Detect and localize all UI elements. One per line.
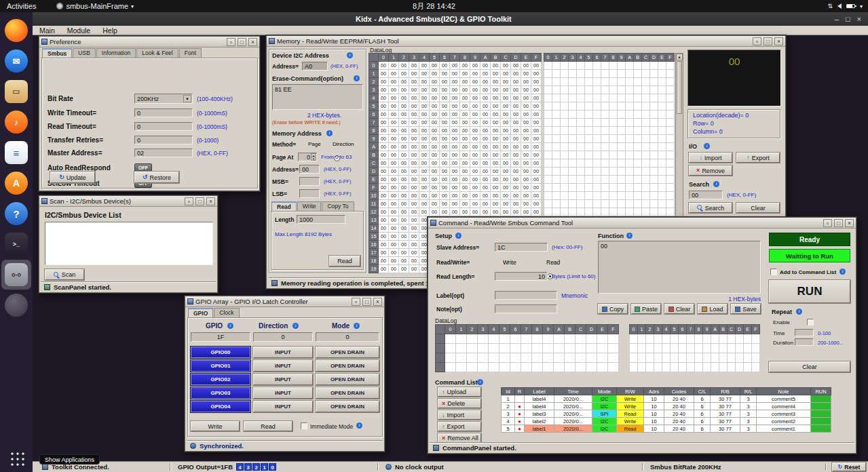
hex-cell[interactable] [642, 135, 650, 143]
hex-cell[interactable] [719, 334, 728, 344]
hex-cell[interactable]: 00 [521, 135, 531, 143]
hex-cell[interactable]: 00 [379, 216, 389, 224]
hex-cell[interactable]: 00 [531, 86, 542, 94]
enable-checkbox[interactable] [807, 319, 814, 326]
info-icon[interactable]: i [326, 130, 333, 136]
hex-cell[interactable]: 00 [521, 159, 531, 168]
hex-cell[interactable] [638, 334, 646, 344]
hex-cell[interactable]: 00 [480, 168, 491, 176]
hex-cell[interactable] [626, 70, 634, 78]
hex-cell[interactable]: 00 [501, 86, 511, 94]
hex-cell[interactable]: 00 [521, 86, 531, 94]
hex-cell[interactable]: 00 [409, 111, 419, 119]
hex-cell[interactable]: 00 [491, 151, 501, 159]
hex-cell[interactable] [711, 334, 719, 344]
add-to-command-list-checkbox[interactable] [770, 269, 777, 275]
hex-cell[interactable] [609, 127, 618, 135]
hex-cell[interactable] [544, 62, 552, 70]
hex-cell[interactable]: 00 [450, 127, 460, 135]
hex-cell[interactable] [642, 62, 650, 70]
hex-cell[interactable] [666, 168, 675, 176]
hex-cell[interactable] [634, 78, 642, 86]
hex-cell[interactable]: 00 [389, 200, 399, 208]
hex-cell[interactable]: 00 [460, 111, 470, 119]
hex-cell[interactable] [544, 94, 552, 102]
hex-cell[interactable] [569, 168, 577, 176]
hex-cell[interactable] [658, 127, 666, 135]
hex-cell[interactable]: 00 [379, 192, 389, 200]
hex-cell[interactable] [544, 86, 552, 94]
hex-cell[interactable]: 00 [470, 111, 480, 119]
hex-cell[interactable] [597, 363, 608, 372]
hex-cell[interactable]: 00 [389, 127, 399, 135]
hex-cell[interactable] [489, 334, 499, 344]
cmd-cell[interactable]: 10 [644, 410, 664, 418]
delete-button[interactable]: ×Delete [438, 399, 481, 408]
gpio-mode-button[interactable]: OPEN DRAIN [316, 401, 379, 412]
cmd-cell[interactable]: SPI [592, 410, 617, 418]
hex-cell[interactable]: 00 [399, 265, 409, 273]
memory-read-button[interactable]: Read [329, 256, 360, 267]
hex-cell[interactable]: 00 [419, 208, 430, 216]
minimize-icon[interactable]: – [835, 15, 839, 23]
hex-cell[interactable]: 00 [491, 184, 501, 192]
hex-cell[interactable]: 00 [460, 143, 470, 151]
hex-cell[interactable] [650, 200, 658, 208]
hex-cell[interactable] [577, 70, 585, 78]
hex-cell[interactable] [609, 78, 618, 86]
hex-cell[interactable]: 00 [379, 249, 389, 257]
hex-cell[interactable]: 00 [470, 176, 480, 184]
hex-cell[interactable]: 00 [379, 86, 389, 94]
tab-font[interactable]: Font [179, 48, 202, 58]
info-icon[interactable]: i [354, 75, 360, 81]
hex-cell[interactable] [642, 119, 650, 127]
hex-cell[interactable] [728, 353, 736, 363]
hex-cell[interactable] [552, 94, 561, 102]
hex-cell[interactable] [618, 94, 626, 102]
maximize-icon[interactable]: □ [238, 38, 246, 46]
hex-cell[interactable]: 00 [450, 143, 460, 151]
hex-cell[interactable]: 00 [440, 62, 450, 70]
hex-cell[interactable] [561, 70, 569, 78]
hex-cell[interactable]: 00 [491, 159, 501, 168]
hex-cell[interactable] [577, 151, 585, 159]
hex-cell[interactable] [658, 200, 666, 208]
copy-button[interactable]: Copy [598, 304, 628, 314]
hex-cell[interactable]: 00 [531, 135, 542, 143]
hex-cell[interactable]: 00 [480, 70, 491, 78]
hex-cell[interactable] [565, 353, 575, 363]
hex-cell[interactable] [666, 62, 675, 70]
cmd-cell[interactable]: 30 77 [711, 395, 740, 403]
hex-cell[interactable]: 00 [399, 135, 409, 143]
hex-cell[interactable]: 00 [501, 119, 511, 127]
cmd-cell[interactable]: 10 [644, 418, 664, 425]
hex-cell[interactable] [666, 102, 675, 111]
hex-cell[interactable]: 00 [470, 168, 480, 176]
hex-cell[interactable] [593, 208, 601, 216]
hex-cell[interactable]: 00 [419, 192, 430, 200]
cmd-cell[interactable]: I2C [592, 425, 617, 433]
hex-cell[interactable] [510, 363, 521, 372]
hex-cell[interactable] [593, 119, 601, 127]
hex-cell[interactable] [593, 200, 601, 208]
hex-cell[interactable]: 00 [470, 184, 480, 192]
hex-cell[interactable]: 00 [491, 102, 501, 111]
hex-cell[interactable] [634, 192, 642, 200]
hex-cell[interactable] [618, 111, 626, 119]
hex-cell[interactable] [650, 151, 658, 159]
hex-cell[interactable] [552, 127, 561, 135]
gpio-pin-button[interactable]: GPIO04 [191, 401, 250, 412]
load-button[interactable]: Load [698, 304, 728, 314]
cmd-cell[interactable]: 2 [502, 403, 515, 410]
hex-cell[interactable]: 00 [511, 70, 521, 78]
hex-cell[interactable]: 00 [419, 176, 430, 184]
hex-cell[interactable] [650, 168, 658, 176]
hex-cell[interactable]: 00 [419, 111, 430, 119]
hex-cell[interactable] [609, 184, 618, 192]
hex-cell[interactable] [593, 184, 601, 192]
hex-cell[interactable] [654, 334, 662, 344]
hex-cell[interactable] [626, 119, 634, 127]
tab-write[interactable]: Write [297, 201, 322, 211]
hex-cell[interactable] [618, 119, 626, 127]
hex-cell[interactable]: 00 [511, 86, 521, 94]
